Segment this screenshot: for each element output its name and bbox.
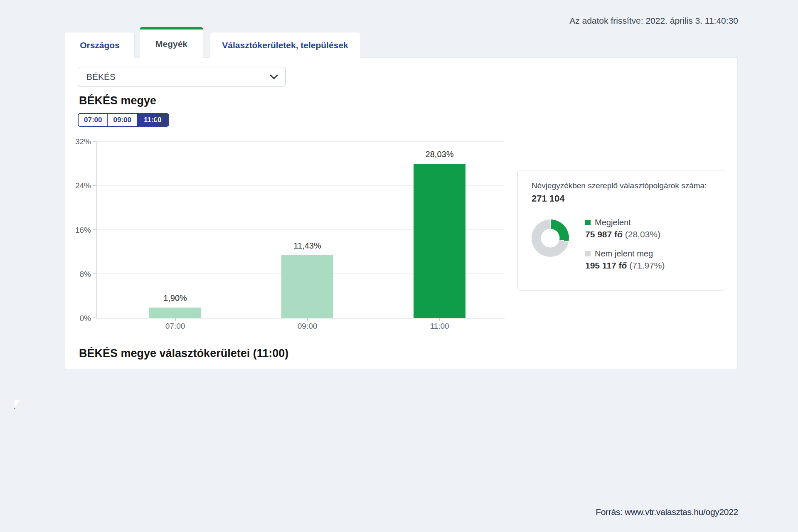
source-caption: Forrás: www.vtr.valasztas.hu/ogy2022: [596, 507, 738, 517]
tab-label: Választókerületek, települések: [222, 40, 348, 50]
y-tick-label: 16%: [75, 226, 91, 235]
info-icon-glyph: i: [161, 116, 163, 123]
legend-value: 195 117 fő: [585, 261, 627, 270]
x-tick-label: 07:00: [165, 322, 185, 331]
legend-pct: (28,03%): [625, 229, 660, 239]
x-tick-label: 11:00: [430, 322, 449, 331]
bar-07:00[interactable]: [149, 308, 201, 318]
y-tick-mark: [93, 142, 96, 142]
toggle-label: 07:00: [84, 116, 102, 124]
gridline: [96, 142, 505, 142]
legend-swatch-green: [585, 220, 591, 225]
y-tick-mark: [93, 318, 96, 318]
county-select-value: BÉKÉS: [86, 72, 116, 82]
legend-swatch-gray: [585, 251, 591, 256]
summary-title: Névjegyzékben szereplő választópolgárok …: [532, 181, 707, 190]
toggle-label: 09:00: [113, 116, 131, 124]
legend-item-megjelent: Megjelent 75 987 fő (28,03%): [585, 218, 665, 239]
time-toggle-0700[interactable]: 07:00: [79, 114, 108, 126]
data-updated-timestamp: Az adatok frissítve: 2022. április 3. 11…: [569, 16, 738, 26]
tab-label: Országos: [80, 40, 120, 50]
legend-label: Megjelent: [595, 218, 631, 227]
chevron-down-icon: [269, 74, 278, 80]
legend-label: Nem jelent meg: [595, 249, 653, 259]
tab-valasztokeruletek[interactable]: Választókerületek, települések: [210, 32, 360, 58]
tab-bar: Országos Megyék Választókerületek, telep…: [65, 27, 360, 58]
info-icon[interactable]: i: [156, 113, 167, 125]
voters-summary-card: Névjegyzékben szereplő választópolgárok …: [517, 170, 725, 291]
tab-label: Megyék: [155, 39, 187, 49]
tab-orszagos[interactable]: Országos: [65, 32, 135, 58]
x-tick-mark: [175, 318, 175, 321]
districts-title: BÉKÉS megye választókerületei (11:00): [79, 347, 288, 360]
y-tick-label: 8%: [80, 270, 91, 279]
y-tick-label: 32%: [75, 137, 91, 146]
bar-chart-plot: 1,90%07:0011,43%09:0028,03%11:00: [96, 142, 505, 318]
render-artifact-dot: [14, 408, 15, 409]
bar-value-label: 28,03%: [426, 150, 454, 159]
donut-legend: Megjelent 75 987 fő (28,03%) Nem jelent …: [585, 218, 665, 280]
donut-hole: [541, 229, 560, 248]
tab-megyek[interactable]: Megyék: [140, 27, 203, 58]
donut-chart: [532, 219, 569, 257]
bar-11:00[interactable]: [414, 164, 466, 318]
legend-item-nem-jelent-meg: Nem jelent meg 195 117 fő (71,97%): [585, 249, 665, 271]
content-panel: BÉKÉS BÉKÉS megye 07:00 09:00 11:00 i 0%…: [65, 57, 738, 369]
y-tick-mark: [93, 274, 96, 274]
legend-pct: (71,97%): [629, 261, 665, 270]
bar-09:00[interactable]: [281, 255, 333, 318]
x-tick-mark: [307, 318, 308, 321]
render-artifact-triangle: [15, 400, 20, 408]
bar-value-label: 1,90%: [163, 293, 187, 303]
x-tick-mark: [439, 318, 440, 321]
bar-value-label: 11,43%: [293, 241, 321, 251]
legend-value: 75 987 fő: [585, 229, 623, 239]
y-tick-label: 0%: [80, 314, 91, 323]
y-tick-mark: [93, 186, 96, 186]
time-toggle-group: 07:00 09:00 11:00: [78, 113, 169, 127]
y-tick-label: 24%: [75, 181, 91, 190]
summary-total: 271 104: [532, 193, 565, 204]
y-tick-mark: [93, 230, 96, 230]
x-tick-label: 09:00: [298, 322, 318, 331]
county-title: BÉKÉS megye: [79, 94, 156, 107]
county-select[interactable]: BÉKÉS: [78, 67, 286, 86]
page: Az adatok frissítve: 2022. április 3. 11…: [0, 0, 798, 532]
time-toggle-0900[interactable]: 09:00: [108, 114, 137, 126]
y-axis-labels: 0%8%16%24%32%: [65, 142, 91, 318]
